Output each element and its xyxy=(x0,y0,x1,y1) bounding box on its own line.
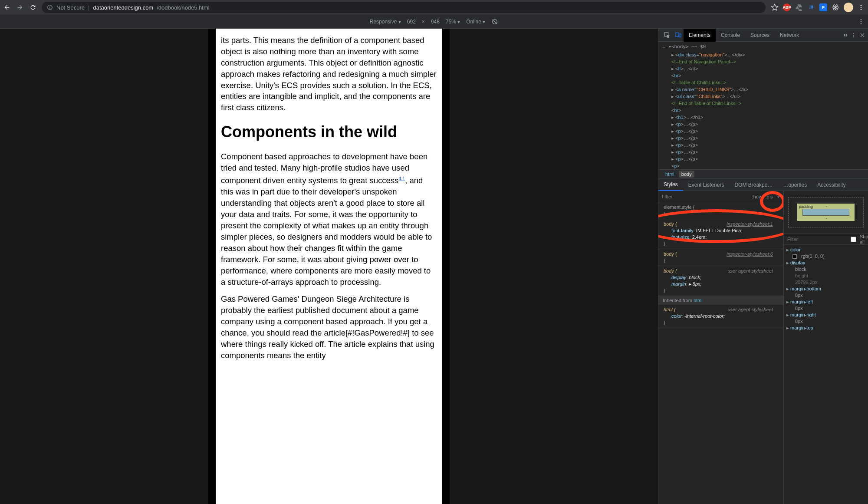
rule-source-link[interactable]: inspector-stylesheet:6 xyxy=(727,251,773,257)
reload-icon[interactable] xyxy=(30,4,36,11)
dom-node[interactable]: ▸ <p>…</p> xyxy=(658,135,868,142)
dom-breadcrumb-top: … ▾<body> == $0 xyxy=(658,43,868,51)
dom-node[interactable]: <p> xyxy=(658,162,868,169)
device-zoom[interactable]: 75% ▾ xyxy=(446,19,460,25)
browser-chrome: Not Secure | dataorienteddesign.com/dodb… xyxy=(0,0,868,15)
elements-tree[interactable]: … ▾<body> == $0 ▸ <div class="navigation… xyxy=(658,42,868,169)
close-devtools-icon[interactable] xyxy=(859,32,865,38)
dom-node[interactable]: ▸ <div class="navigation">…</div> xyxy=(658,51,868,58)
device-x: × xyxy=(422,19,425,25)
rule-source-link[interactable]: inspector-stylesheet:1 xyxy=(727,221,773,227)
inspect-icon[interactable] xyxy=(661,29,672,42)
color-swatch xyxy=(792,254,797,259)
rule-body-2[interactable]: inspector-stylesheet:6 body { } xyxy=(658,249,783,266)
dom-node[interactable]: ▸ <h1>…</h1> xyxy=(658,114,868,121)
device-online[interactable]: Online ▾ xyxy=(466,19,485,25)
tab-accessibility[interactable]: Accessibility xyxy=(812,179,851,191)
rule-source: user agent stylesheet xyxy=(727,306,773,313)
dom-comment[interactable]: <!--End of Navigation Panel--> xyxy=(658,58,868,65)
tab-sources[interactable]: Sources xyxy=(745,29,775,42)
show-all-checkbox[interactable] xyxy=(851,237,856,242)
devtools-panel: Elements Console Sources Network … ▾<bod… xyxy=(658,29,868,504)
info-icon xyxy=(47,4,53,10)
rendered-viewport: its parts. This means the definition of … xyxy=(0,29,658,504)
address-bar[interactable]: Not Secure | dataorienteddesign.com/dodb… xyxy=(42,2,766,13)
rule-element-style[interactable]: element.style {} xyxy=(658,202,783,219)
dom-node[interactable]: ▸ <ul class="ChildLinks">…</ul> xyxy=(658,93,868,100)
breadcrumb-html[interactable]: html xyxy=(663,171,677,178)
rule-html-ua[interactable]: user agent stylesheet html { color: -int… xyxy=(658,305,783,328)
device-menu-icon[interactable] xyxy=(858,18,865,25)
styles-pane[interactable]: :hov .c s + element.style {} inspector-s… xyxy=(658,191,783,504)
svg-rect-2 xyxy=(49,6,50,7)
ext-abp-icon[interactable]: ABP xyxy=(783,3,791,11)
dom-node[interactable]: ▸ <p>…</p> xyxy=(658,148,868,155)
svg-point-17 xyxy=(853,33,854,33)
footnote-link[interactable]: 4.1 xyxy=(398,176,405,181)
rotate-icon[interactable] xyxy=(491,18,498,25)
computed-filter-input[interactable] xyxy=(787,237,847,242)
page-paragraph: Component based approaches to developmen… xyxy=(221,151,437,288)
ext-p-icon[interactable]: P xyxy=(819,3,827,11)
svg-rect-1 xyxy=(49,7,50,9)
dom-node[interactable]: ▸ <p>…</p> xyxy=(658,128,868,135)
dom-node[interactable]: <hr> xyxy=(658,107,868,114)
ext-drive-icon[interactable] xyxy=(795,3,803,11)
tab-styles[interactable]: Styles xyxy=(658,179,683,191)
hov-toggle[interactable]: :hov xyxy=(752,194,761,199)
not-secure-label: Not Secure xyxy=(56,4,85,11)
dom-comment[interactable]: <!--End of Table of Child-Links--> xyxy=(658,100,868,107)
svg-point-19 xyxy=(853,36,854,37)
new-rule-button[interactable]: + xyxy=(777,194,780,199)
device-select[interactable]: Responsive ▾ xyxy=(370,19,401,25)
dom-node[interactable]: <br> xyxy=(658,72,868,79)
show-all-label: Show all xyxy=(860,234,868,244)
dom-node[interactable]: ▸ <a name="CHILD_LINKS">…</a> xyxy=(658,86,868,93)
breadcrumb-bar[interactable]: html body xyxy=(658,169,868,179)
browser-menu-icon[interactable] xyxy=(858,4,865,11)
tab-network[interactable]: Network xyxy=(775,29,804,42)
rule-body-1[interactable]: inspector-stylesheet:1 body { font-famil… xyxy=(658,219,783,249)
url-path: /dodbook/node5.html xyxy=(157,4,209,11)
devtools-menu-icon[interactable] xyxy=(851,32,857,38)
page-content[interactable]: its parts. This means the definition of … xyxy=(216,29,442,504)
tab-event-listeners[interactable]: Event Listeners xyxy=(683,179,730,191)
bookmark-star-icon[interactable] xyxy=(771,3,779,11)
svg-point-12 xyxy=(861,21,862,22)
cls-toggle[interactable]: .c s xyxy=(765,194,773,199)
devtools-tabs: Elements Console Sources Network xyxy=(658,29,868,42)
svg-point-18 xyxy=(853,34,854,35)
svg-point-13 xyxy=(861,23,862,24)
device-height[interactable]: 948 xyxy=(431,19,440,25)
styles-filter-input[interactable] xyxy=(662,194,747,199)
computed-filter-row: Show all xyxy=(784,234,868,245)
more-tabs-icon[interactable] xyxy=(842,32,848,38)
tab-properties[interactable]: …operties xyxy=(778,179,812,191)
tab-elements[interactable]: Elements xyxy=(684,29,716,42)
device-toolbar: Responsive ▾ 692 × 948 75% ▾ Online ▾ xyxy=(0,15,868,29)
dom-node[interactable]: ▸ <p>…</p> xyxy=(658,121,868,128)
dom-node[interactable]: ▸ <p>…</p> xyxy=(658,155,868,162)
back-icon[interactable] xyxy=(3,4,10,11)
device-mode-icon[interactable] xyxy=(672,29,684,42)
dom-node[interactable]: ▸ <tt>…</tt> xyxy=(658,65,868,72)
ext-kanji-icon[interactable]: 理 xyxy=(807,3,815,11)
styles-filter-row: :hov .c s + xyxy=(658,191,783,202)
dom-comment[interactable]: <!--Table of Child-Links--> xyxy=(658,79,868,86)
forward-icon[interactable] xyxy=(16,4,23,11)
page-paragraph: Gas Powered Games' Dungeon Siege Archite… xyxy=(221,293,437,361)
profile-avatar[interactable] xyxy=(844,3,853,12)
tab-dom-breakpoints[interactable]: DOM Breakpo… xyxy=(729,179,778,191)
computed-list[interactable]: ▸ color rgb(0, 0, 0) ▸ display block hei… xyxy=(784,245,868,504)
box-model[interactable]: padding - - xyxy=(784,191,868,234)
tab-console[interactable]: Console xyxy=(716,29,745,42)
svg-rect-16 xyxy=(679,34,681,37)
dom-node[interactable]: ▸ <p>…</p> xyxy=(658,142,868,148)
nav-controls xyxy=(3,4,36,11)
url-host: dataorienteddesign.com xyxy=(93,4,153,11)
rule-source: user agent stylesheet xyxy=(727,268,773,274)
device-width[interactable]: 692 xyxy=(407,19,416,25)
breadcrumb-body[interactable]: body xyxy=(679,171,694,178)
rule-body-ua[interactable]: user agent stylesheet body { display: bl… xyxy=(658,266,783,296)
ext-react-icon[interactable] xyxy=(832,3,839,11)
